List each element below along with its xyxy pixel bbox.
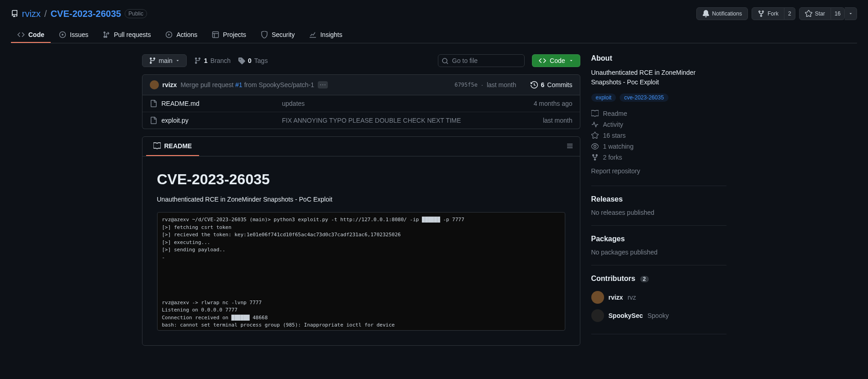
contributor-login[interactable]: SpookySec — [609, 312, 643, 319]
commit-message[interactable]: Merge pull request #1 from SpookySec/pat… — [180, 81, 314, 88]
tab-issues[interactable]: Issues — [53, 27, 95, 43]
tab-projects[interactable]: Projects — [205, 27, 253, 43]
file-icon — [150, 100, 157, 107]
readme-tab-label: README — [164, 142, 192, 150]
path-separator: / — [44, 9, 47, 19]
forks-label: 2 forks — [603, 154, 622, 161]
topic-tag[interactable]: cve-2023-26035 — [620, 93, 668, 102]
readme-subtitle: Unauthenticated RCE in ZoneMinder Snapsh… — [157, 196, 565, 203]
tab-projects-label: Projects — [223, 31, 246, 38]
fork-button[interactable]: Fork — [752, 7, 784, 20]
graph-icon — [309, 31, 316, 38]
fork-icon — [758, 10, 765, 17]
avatar — [591, 291, 604, 304]
fork-count[interactable]: 2 — [784, 7, 795, 20]
repo-owner-link[interactable]: rvizx — [22, 9, 41, 19]
svg-point-4 — [442, 58, 447, 63]
triangle-down-icon — [569, 58, 573, 63]
code-dropdown-button[interactable]: Code — [532, 54, 580, 67]
watching-link[interactable]: 1 watching — [591, 141, 726, 152]
list-icon — [566, 142, 573, 150]
releases-empty: No releases published — [591, 209, 726, 216]
contributor-login[interactable]: rvizx — [609, 294, 623, 301]
tab-actions-label: Actions — [176, 31, 197, 38]
file-icon — [150, 117, 157, 124]
star-dropdown[interactable] — [845, 7, 857, 20]
releases-heading[interactable]: Releases — [591, 195, 726, 203]
report-link[interactable]: Report repository — [591, 166, 726, 177]
file-time: 4 months ago — [504, 100, 573, 107]
topic-tag[interactable]: exploit — [591, 93, 616, 102]
avatar — [591, 309, 604, 322]
tag-icon — [238, 57, 245, 64]
branch-count-link[interactable]: 1 Branch — [194, 57, 231, 64]
latest-commit[interactable]: rvizx Merge pull request #1 from SpookyS… — [142, 74, 580, 95]
tab-code[interactable]: Code — [11, 27, 51, 43]
file-name[interactable]: README.md — [162, 100, 200, 107]
file-list: README.md updates 4 months ago exploit.p… — [142, 95, 580, 129]
fork-label: Fork — [768, 10, 779, 17]
forks-link[interactable]: 2 forks — [591, 152, 726, 163]
history-icon — [531, 81, 538, 88]
branch-count-label: Branch — [210, 57, 231, 64]
star-icon — [591, 132, 599, 139]
file-commit-msg[interactable]: FIX ANNOYING TYPO PLEASE DOUBLE CHECK NE… — [282, 117, 504, 124]
fork-icon — [591, 154, 599, 161]
tab-insights[interactable]: Insights — [303, 27, 348, 43]
ellipsis-icon[interactable]: ⋯ — [318, 81, 328, 88]
commit-sep: · — [481, 81, 483, 88]
file-search-input[interactable] — [438, 54, 525, 67]
branch-name: main — [159, 57, 173, 64]
tag-count-link[interactable]: 0 Tags — [238, 57, 268, 64]
notifications-button[interactable]: Notifications — [696, 7, 748, 20]
file-row[interactable]: README.md updates 4 months ago — [142, 95, 580, 112]
tab-security-label: Security — [272, 31, 295, 38]
commit-time: last month — [487, 81, 516, 88]
branch-count: 1 — [204, 57, 208, 64]
search-icon — [442, 57, 449, 65]
watching-label: 1 watching — [603, 143, 634, 150]
readme-tab[interactable]: README — [146, 137, 200, 156]
star-label: Star — [815, 10, 825, 17]
stars-link[interactable]: 16 stars — [591, 130, 726, 141]
commits-link[interactable]: 6 Commits — [531, 81, 572, 88]
pulse-icon — [591, 121, 599, 128]
contributor-row[interactable]: SpookySec Spooky — [591, 306, 726, 325]
repo-icon — [11, 10, 18, 17]
tab-pulls[interactable]: Pull requests — [96, 27, 157, 43]
contributor-row[interactable]: rvizx rvz — [591, 288, 726, 306]
readme-link[interactable]: Readme — [591, 108, 726, 119]
file-name[interactable]: exploit.py — [162, 117, 189, 124]
activity-link[interactable]: Activity — [591, 119, 726, 130]
star-icon — [805, 10, 812, 17]
repo-name-link[interactable]: CVE-2023-26035 — [51, 9, 121, 19]
commit-hash[interactable]: 6795f5e — [454, 82, 478, 88]
commit-author[interactable]: rvizx — [163, 81, 177, 88]
file-commit-msg[interactable]: updates — [282, 100, 504, 107]
contributor-alias: Spooky — [647, 312, 669, 319]
star-button[interactable]: Star — [799, 7, 831, 20]
contributor-alias: rvz — [627, 294, 636, 301]
star-count[interactable]: 16 — [831, 7, 845, 20]
book-icon — [591, 110, 599, 117]
file-row[interactable]: exploit.py FIX ANNOYING TYPO PLEASE DOUB… — [142, 112, 580, 129]
branch-icon — [149, 57, 156, 64]
branch-select[interactable]: main — [142, 54, 187, 67]
shield-icon — [261, 31, 268, 38]
about-heading: About — [591, 54, 726, 62]
terminal-screenshot: rvz@azexv ~/d/CVE-2023-26035 (main)> pyt… — [157, 212, 565, 331]
packages-heading[interactable]: Packages — [591, 235, 726, 243]
readme-title: CVE-2023-26035 — [157, 171, 565, 188]
contributors-heading[interactable]: Contributors 2 — [591, 275, 726, 283]
tab-actions[interactable]: Actions — [159, 27, 204, 43]
svg-rect-3 — [213, 32, 219, 38]
contributors-count: 2 — [640, 276, 649, 282]
svg-point-5 — [594, 145, 596, 148]
commit-count: 6 — [541, 81, 544, 88]
report-label: Report repository — [591, 167, 640, 175]
toc-button[interactable] — [563, 140, 576, 154]
tab-issues-label: Issues — [70, 31, 88, 38]
tab-security[interactable]: Security — [254, 27, 301, 43]
table-icon — [212, 31, 219, 38]
pr-link[interactable]: #1 — [235, 81, 242, 88]
